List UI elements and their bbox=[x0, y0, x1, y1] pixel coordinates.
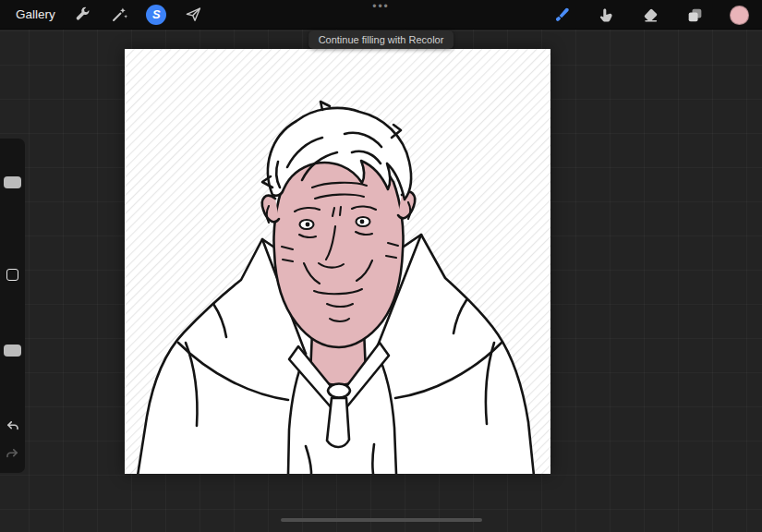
layers-icon bbox=[686, 6, 704, 24]
portrait-drawing bbox=[125, 49, 550, 474]
undo-button[interactable] bbox=[5, 418, 20, 434]
multitask-dots-handle[interactable]: ••• bbox=[372, 1, 390, 12]
modify-button[interactable] bbox=[6, 269, 18, 281]
brush-size-slider[interactable] bbox=[4, 176, 21, 188]
horizontal-scrollbar[interactable] bbox=[281, 518, 482, 522]
undo-icon bbox=[5, 418, 20, 434]
brush-sidebar bbox=[0, 139, 25, 473]
gallery-button[interactable]: Gallery bbox=[11, 4, 60, 25]
paint-tool-button[interactable] bbox=[548, 2, 576, 28]
redo-button[interactable] bbox=[5, 446, 20, 462]
s-selection-icon: S bbox=[146, 5, 166, 25]
toolbar-right-group bbox=[548, 0, 757, 30]
wrench-icon bbox=[74, 6, 91, 23]
smudge-tool-button[interactable] bbox=[592, 2, 621, 28]
toolbar-left-group: Gallery S bbox=[0, 2, 208, 28]
color-swatch bbox=[730, 6, 749, 25]
eraser-icon bbox=[642, 6, 659, 24]
finger-icon bbox=[598, 6, 615, 24]
layers-button[interactable] bbox=[681, 2, 709, 28]
adjustments-button[interactable] bbox=[105, 2, 134, 28]
recolor-tooltip: Continue filling with Recolor bbox=[308, 30, 454, 49]
magic-wand-icon bbox=[111, 6, 128, 23]
actions-button[interactable] bbox=[68, 2, 97, 28]
color-button[interactable] bbox=[725, 2, 754, 28]
arrow-cursor-icon bbox=[185, 6, 202, 23]
selection-button[interactable]: S bbox=[142, 2, 171, 28]
transform-button[interactable] bbox=[179, 2, 208, 28]
drawing-canvas[interactable] bbox=[125, 49, 550, 474]
eraser-tool-button[interactable] bbox=[636, 2, 665, 28]
redo-icon bbox=[5, 446, 20, 462]
top-toolbar: Gallery S ••• bbox=[0, 0, 762, 30]
brush-icon bbox=[553, 6, 571, 24]
opacity-slider[interactable] bbox=[4, 345, 21, 357]
